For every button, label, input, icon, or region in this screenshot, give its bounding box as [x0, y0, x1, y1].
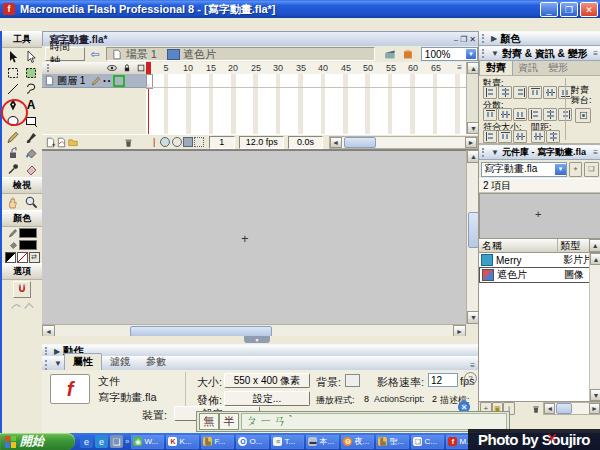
delete-layer-button[interactable]	[123, 137, 134, 148]
no-color-button[interactable]	[17, 252, 28, 263]
delete-item-button[interactable]	[531, 403, 541, 414]
collapse-arrow-icon[interactable]: ▼	[491, 148, 499, 157]
restore-button[interactable]: ❐	[560, 2, 578, 17]
zoom-dropdown-arrow-icon[interactable]: ▼	[466, 49, 476, 59]
library-document-select[interactable]: 寫字動畫.fla ▼	[481, 162, 567, 177]
brush-tool-button[interactable]	[22, 129, 40, 145]
start-button[interactable]: 開始	[0, 433, 75, 450]
taskbar-button[interactable]: ≡T...	[271, 435, 304, 449]
layer-row[interactable]: 圖層 1 • •	[42, 74, 148, 88]
selection-tool-button[interactable]	[4, 49, 22, 65]
stroke-color-control[interactable]	[2, 227, 42, 239]
panel-gripper[interactable]	[482, 49, 488, 58]
align-right-button[interactable]	[513, 86, 527, 99]
taskbar-button[interactable]: OO...	[236, 435, 269, 449]
align-left-button[interactable]	[483, 86, 497, 99]
panel-menu-icon[interactable]: ≡	[593, 148, 598, 157]
to-stage-button[interactable]	[575, 108, 591, 123]
distribute-hcenter-button[interactable]	[543, 108, 557, 121]
library-col-name[interactable]: 名稱	[479, 239, 558, 253]
onion-skin-button[interactable]	[160, 137, 171, 148]
scroll-left-icon[interactable]: ◄	[544, 403, 555, 414]
center-frame-button[interactable]: |	[149, 137, 160, 148]
panel-menu-icon[interactable]: ≡	[593, 49, 598, 58]
eyedropper-tool-button[interactable]	[4, 161, 22, 177]
scroll-right-icon[interactable]: ►	[465, 137, 477, 148]
stage-work-area[interactable]: +	[42, 150, 466, 325]
tab-filters[interactable]: 濾鏡	[102, 354, 138, 370]
modify-onion-markers-button[interactable]	[193, 137, 204, 148]
tab-info[interactable]: 資訊	[513, 61, 543, 75]
library-panel-header[interactable]: ▼ 元件庫 - 寫字動畫.fla ≡	[479, 145, 600, 160]
match-width-button[interactable]	[483, 130, 497, 143]
framerate-input[interactable]: 12	[428, 373, 458, 387]
dropdown-arrow-icon[interactable]: ▼	[555, 164, 566, 175]
close-button[interactable]: ✕	[580, 2, 598, 17]
new-library-window-button[interactable]: ❏	[584, 162, 599, 177]
align-vcenter-button[interactable]	[543, 86, 557, 99]
quicklaunch-overflow-chevron[interactable]: »	[125, 437, 129, 446]
doc-minimize-button[interactable]: –	[454, 35, 458, 44]
tab-transform[interactable]: 變形	[543, 61, 573, 75]
ime-width-toggle[interactable]: 半	[219, 413, 239, 430]
show-hide-eye-icon[interactable]	[106, 63, 118, 73]
add-motion-guide-button[interactable]	[56, 137, 67, 148]
space-vertical-button[interactable]	[531, 130, 545, 143]
align-hcenter-button[interactable]	[498, 86, 512, 99]
fill-color-swatch[interactable]	[19, 240, 37, 250]
layer-outline-color-swatch[interactable]	[113, 75, 125, 87]
color-panel-header[interactable]: ▶ 顏色	[479, 31, 600, 46]
edit-symbols-button[interactable]	[401, 49, 415, 60]
zoom-tool-button[interactable]	[22, 194, 40, 210]
align-top-button[interactable]	[528, 86, 542, 99]
stroke-color-swatch[interactable]	[19, 228, 37, 238]
distribute-left-button[interactable]	[528, 108, 542, 121]
black-white-button[interactable]	[5, 252, 16, 263]
line-tool-button[interactable]	[4, 81, 22, 97]
taskbar-button[interactable]: ʘ夜...	[341, 435, 374, 449]
quicklaunch-browser-icon[interactable]: e	[95, 435, 108, 448]
eraser-tool-button[interactable]	[22, 161, 40, 177]
library-item-row-selected[interactable]: 遮色片 圖像	[479, 267, 600, 283]
ink-bottle-tool-button[interactable]	[4, 145, 22, 161]
background-color-swatch[interactable]	[345, 374, 360, 387]
paint-bucket-tool-button[interactable]	[22, 145, 40, 161]
edit-multiple-frames-button[interactable]	[182, 137, 193, 148]
pencil-tool-button[interactable]	[4, 129, 22, 145]
panel-gripper[interactable]	[45, 347, 51, 355]
taskbar-button[interactable]: ◉W...	[131, 435, 164, 449]
panel-gripper[interactable]	[482, 34, 488, 43]
library-item-row[interactable]: Merry 影片片段	[479, 253, 600, 267]
lasso-tool-button[interactable]	[22, 81, 40, 97]
doc-close-button[interactable]: ✕	[469, 35, 476, 44]
scroll-right-icon[interactable]: ►	[589, 403, 600, 414]
current-frame-field[interactable]: 1	[209, 136, 236, 149]
minimize-button[interactable]: _	[540, 2, 558, 17]
breadcrumb-scene[interactable]: 場景 1	[126, 47, 157, 62]
expand-arrow-icon[interactable]: ▶	[491, 34, 497, 43]
taskbar-button[interactable]: ▬本...	[306, 435, 339, 449]
tab-align[interactable]: 對齊	[479, 60, 513, 75]
layer-lock-dot[interactable]: •	[108, 77, 110, 84]
space-horizontal-button[interactable]	[546, 130, 560, 143]
taskbar-button[interactable]: ▙聖...	[376, 435, 409, 449]
quicklaunch-ie-icon[interactable]: e	[80, 435, 93, 448]
scroll-left-icon[interactable]: ◄	[330, 137, 342, 148]
tab-parameters[interactable]: 參數	[138, 354, 174, 370]
match-height-button[interactable]	[498, 130, 512, 143]
doc-restore-button[interactable]: ❐	[460, 35, 467, 44]
onion-skin-outlines-button[interactable]	[171, 137, 182, 148]
timeline-toggle-button[interactable]: 時間軸	[45, 47, 85, 61]
panel-gripper[interactable]	[482, 148, 488, 157]
pin-library-button[interactable]: ⌖	[569, 162, 582, 177]
distribute-top-button[interactable]	[483, 108, 497, 121]
help-icon[interactable]: ?	[464, 372, 477, 385]
scrollbar-thumb[interactable]	[556, 403, 572, 414]
taskbar-button[interactable]: ▙F...	[201, 435, 234, 449]
match-both-button[interactable]	[513, 130, 527, 143]
expand-arrow-icon[interactable]: ▶	[54, 347, 60, 356]
taskbar-button[interactable]: ❏C...	[411, 435, 444, 449]
hand-tool-button[interactable]	[4, 194, 22, 210]
scrollbar-thumb[interactable]	[344, 137, 376, 148]
distribute-bottom-button[interactable]	[513, 108, 527, 121]
